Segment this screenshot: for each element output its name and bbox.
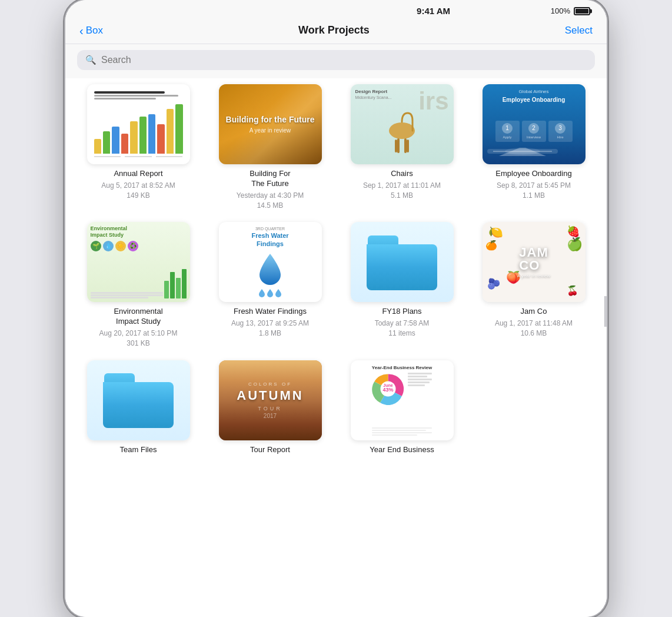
- file-meta: Yesterday at 4:30 PM14.5 MB: [237, 191, 304, 211]
- file-name: EnvironmentalImpact Study: [114, 307, 162, 327]
- file-name: Team Files: [120, 445, 157, 455]
- file-meta: Sep 1, 2017 at 11:01 AM5.1 MB: [363, 181, 441, 201]
- svg-rect-4: [407, 140, 409, 152]
- file-thumbnail: Year-End Business Review: [351, 360, 454, 440]
- page-title: Work Projects: [298, 24, 370, 37]
- file-thumbnail: [87, 84, 190, 164]
- file-name: Annual Report: [114, 169, 162, 179]
- list-item[interactable]: Team Files: [77, 360, 199, 457]
- file-thumbnail: [87, 360, 190, 440]
- file-name: Jam Co: [521, 307, 547, 317]
- back-button[interactable]: ‹ Box: [79, 25, 103, 37]
- select-button[interactable]: Select: [565, 25, 593, 37]
- file-thumbnail: 3RD QUARTER Fresh WaterFindings: [219, 222, 322, 302]
- file-thumbnail: Design Report Midcentury Scana... irs: [351, 84, 454, 164]
- files-grid: Annual Report Aug 5, 2017 at 8:52 AM149 …: [77, 84, 595, 457]
- file-thumbnail: COLORS OF AUTUMN TOUR 2017: [219, 360, 322, 440]
- file-name: FY18 Plans: [382, 307, 421, 317]
- file-meta: Aug 5, 2017 at 8:52 AM149 KB: [101, 181, 175, 201]
- svg-rect-1: [397, 138, 400, 153]
- file-thumbnail: Building for the Future A year in review: [219, 84, 322, 164]
- status-bar: 9:41 AM 100%: [65, 0, 607, 19]
- list-item[interactable]: Building for the Future A year in review…: [209, 84, 331, 210]
- back-label: Box: [86, 25, 103, 37]
- svg-text:43%: 43%: [382, 387, 393, 393]
- list-item[interactable]: Annual Report Aug 5, 2017 at 8:52 AM149 …: [77, 84, 199, 210]
- file-name: Fresh Water Findings: [234, 307, 307, 317]
- file-meta: Sep 8, 2017 at 5:45 PM1.1 MB: [497, 181, 571, 201]
- status-time: 9:41 AM: [316, 6, 550, 16]
- list-item[interactable]: COLORS OF AUTUMN TOUR 2017 Tour Report: [209, 360, 331, 457]
- svg-rect-3: [395, 140, 397, 152]
- search-input[interactable]: [101, 55, 587, 65]
- battery-icon: [574, 7, 590, 15]
- file-name: Tour Report: [250, 445, 290, 455]
- file-meta: Today at 7:58 AM11 items: [375, 319, 430, 339]
- file-thumbnail: Global Airlines Employee Onboarding 1 Ap…: [483, 84, 585, 164]
- side-button[interactable]: [604, 296, 607, 327]
- list-item[interactable]: Global Airlines Employee Onboarding 1 Ap…: [473, 84, 595, 210]
- screen: 9:41 AM 100% ‹ Box Work Projects Select …: [65, 0, 607, 617]
- file-name: Building ForThe Future: [249, 169, 290, 189]
- file-meta: Aug 13, 2017 at 9:25 AM1.8 MB: [231, 319, 309, 339]
- back-chevron-icon: ‹: [79, 25, 84, 37]
- file-meta: Aug 20, 2017 at 5:10 PM301 KB: [99, 329, 178, 349]
- file-name: Employee Onboarding: [495, 169, 571, 179]
- file-thumbnail: 🍋 🍓 🍊 🍏 🫐 🍒 🍑 JAMCO A year in review: [483, 222, 585, 302]
- search-container: 🔍: [65, 44, 607, 78]
- file-thumbnail: [351, 222, 454, 302]
- search-bar: 🔍: [77, 50, 595, 70]
- list-item[interactable]: 🍋 🍓 🍊 🍏 🫐 🍒 🍑 JAMCO A year in review: [473, 222, 595, 348]
- status-right: 100%: [551, 6, 590, 15]
- file-name: Chairs: [391, 169, 413, 179]
- nav-bar: ‹ Box Work Projects Select: [65, 19, 607, 44]
- ipad-frame: 9:41 AM 100% ‹ Box Work Projects Select …: [65, 0, 607, 617]
- file-meta: Aug 1, 2017 at 11:48 AM10.6 MB: [495, 319, 573, 339]
- svg-point-0: [389, 122, 415, 139]
- list-item[interactable]: Year-End Business Review: [341, 360, 463, 457]
- battery-fill: [575, 9, 588, 14]
- battery-percent: 100%: [551, 6, 570, 15]
- search-icon: 🔍: [85, 55, 97, 65]
- list-item[interactable]: FY18 Plans Today at 7:58 AM11 items: [341, 222, 463, 348]
- svg-rect-2: [404, 138, 407, 153]
- scroll-content: Annual Report Aug 5, 2017 at 8:52 AM149 …: [65, 78, 607, 617]
- list-item[interactable]: Design Report Midcentury Scana... irs: [341, 84, 463, 210]
- file-name: Year End Business: [370, 445, 434, 455]
- list-item[interactable]: 3RD QUARTER Fresh WaterFindings: [209, 222, 331, 348]
- list-item[interactable]: EnvironmentalImpact Study 🌱 💧 ☀️ ♻️: [77, 222, 199, 348]
- file-thumbnail: EnvironmentalImpact Study 🌱 💧 ☀️ ♻️: [87, 222, 190, 302]
